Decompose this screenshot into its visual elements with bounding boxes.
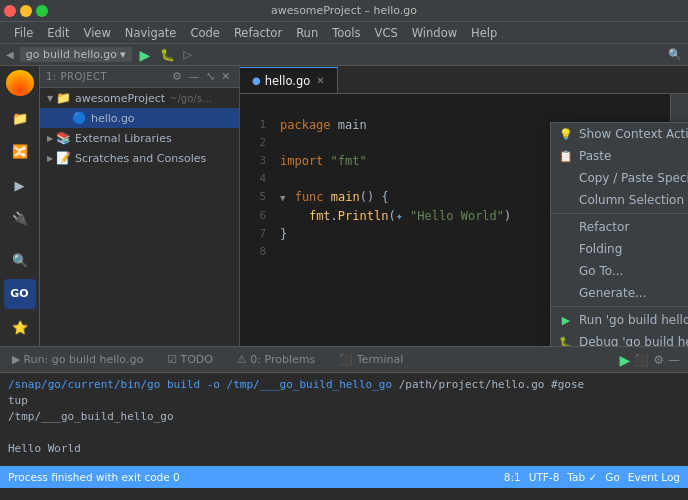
cm-generate[interactable]: Generate... Alt+Insert [551,282,688,304]
tree-root[interactable]: ▼ 📁 awesomeProject ~/go/s… [40,88,239,108]
coverage-button[interactable]: ▷ [183,48,191,61]
sidebar-title: 1: Project [46,71,107,82]
todo-tab-label: ☑ TODO [167,353,213,366]
run-controls: ▶ ⬛ ⚙ — [619,352,688,368]
run-selector[interactable]: go build hello.go ▾ [20,47,132,62]
tab-go-icon: ● [252,75,261,86]
menu-vcs[interactable]: VCS [369,24,404,42]
menu-code[interactable]: Code [184,24,225,42]
terminal-line-4 [8,425,680,441]
cm-run[interactable]: ▶ Run 'go build hello.go' Ctrl+Shift+F10 [551,309,688,331]
scratch-icon: 📝 [56,151,71,165]
tree-scratch-arrow: ▶ [44,152,56,164]
cm-refactor[interactable]: Refactor ▶ [551,216,688,238]
folder-icon: 📁 [56,91,71,105]
logo-icon [6,70,34,96]
tree-external-libs[interactable]: ▶ 📚 External Libraries [40,128,239,148]
status-indent: Tab ✓ [567,471,597,483]
run-stop-btn[interactable]: ⬛ [634,353,649,367]
tree-hello-arrow [60,112,72,124]
cm-goto[interactable]: Go To... ▶ [551,260,688,282]
cm-run-icon: ▶ [559,313,573,327]
activity-favorites[interactable]: ⭐ [4,313,36,342]
run-button[interactable]: ▶ [138,47,153,63]
bottom-panel: ▶ Run: go build hello.go ☑ TODO ⚠ 0: Pro… [0,346,688,466]
tree-hello-label: hello.go [91,112,135,125]
window-controls[interactable] [4,5,48,17]
terminal-tab[interactable]: ⬛ Terminal [327,347,415,373]
cm-col-icon [559,193,573,207]
tree-root-path: ~/go/s… [169,93,212,104]
run-selector-arrow: ▾ [120,48,126,61]
run-minimize-btn[interactable]: — [668,353,680,367]
main-layout: 📁 🔀 ▶ 🔌 🔍 GO ⭐ 1: Project ⚙ — ⤡ ✕ ▼ 📁 aw… [0,66,688,346]
cm-goto-icon [559,264,573,278]
menu-refactor[interactable]: Refactor [228,24,288,42]
run-bar-search[interactable]: 🔍 [668,48,682,61]
tab-close[interactable]: ✕ [316,75,324,86]
minimize-button[interactable] [20,5,32,17]
menu-navigate[interactable]: Navigate [119,24,183,42]
problems-tab-label: ⚠ 0: Problems [237,353,315,366]
cm-folding[interactable]: Folding ▶ [551,238,688,260]
status-event-log[interactable]: Event Log [628,471,680,483]
editor-area[interactable]: 1 package main 2 3 import "fmt" 4 5 [240,94,688,346]
tree-scratches[interactable]: ▶ 📝 Scratches and Consoles [40,148,239,168]
run-bar: ◀ go build hello.go ▾ ▶ 🐛 ▷ 🔍 [0,44,688,66]
sidebar-header: 1: Project ⚙ — ⤡ ✕ [40,66,239,88]
menu-tools[interactable]: Tools [326,24,366,42]
editor-line-empty [240,98,688,116]
close-button[interactable] [4,5,16,17]
bottom-tabs: ▶ Run: go build hello.go ☑ TODO ⚠ 0: Pro… [0,347,688,373]
run-bar-spacer: ◀ [6,49,14,60]
lib-icon: 📚 [56,131,71,145]
activity-go[interactable]: GO [4,279,36,308]
cm-bulb-icon: 💡 [559,127,573,141]
cm-debug[interactable]: 🐛 Debug 'go build hello.go' [551,331,688,346]
cm-debug-icon: 🐛 [559,335,573,346]
tree-root-label: awesomeProject [75,92,165,105]
cm-copy-paste-special[interactable]: Copy / Paste Special ▶ [551,167,688,189]
sidebar-tool-1[interactable]: ⚙ [170,69,184,84]
run-play-btn[interactable]: ▶ [619,352,630,368]
debug-button[interactable]: 🐛 [158,48,177,62]
terminal-line-5: Hello World [8,441,680,457]
menu-help[interactable]: Help [465,24,503,42]
tab-hello-go[interactable]: ● hello.go ✕ [240,67,338,93]
run-settings-btn[interactable]: ⚙ [653,353,664,367]
fold-arrow[interactable]: ▼ [280,193,285,203]
activity-project[interactable]: 📁 [4,104,36,133]
sidebar-toolbar: ⚙ — ⤡ ✕ [170,69,233,84]
problems-tab[interactable]: ⚠ 0: Problems [225,347,327,373]
activity-commit[interactable]: 🔀 [4,137,36,166]
status-line-col: 8:1 [504,471,521,483]
tree-hello-go[interactable]: 🔵 hello.go [40,108,239,128]
activity-run[interactable]: ▶ [4,171,36,200]
cm-column-selection[interactable]: Column Selection Mode Alt+Shift+Insert [551,189,688,211]
cm-paste[interactable]: 📋 Paste Ctrl+V [551,145,688,167]
maximize-button[interactable] [36,5,48,17]
menu-edit[interactable]: Edit [41,24,75,42]
run-tab[interactable]: ▶ Run: go build hello.go [0,347,155,373]
menu-file[interactable]: File [8,24,39,42]
sidebar-tool-3[interactable]: ⤡ [204,69,218,84]
menu-window[interactable]: Window [406,24,463,42]
sidebar-tool-2[interactable]: — [186,69,202,84]
editor-section: ● hello.go ✕ 1 package main 2 [240,66,688,346]
terminal-line-2: tup [8,393,680,409]
status-bar: Process finished with exit code 0 8:1 UT… [0,466,688,488]
cm-divider-2 [551,306,688,307]
cm-show-context-actions[interactable]: 💡 Show Context Actions Alt+Enter [551,123,688,145]
activity-search[interactable]: 🔍 [4,246,36,275]
status-left: Process finished with exit code 0 [8,471,180,483]
menu-run[interactable]: Run [290,24,324,42]
tree-scratch-label: Scratches and Consoles [75,152,206,165]
tree-ext-arrow: ▶ [44,132,56,144]
activity-plugins[interactable]: 🔌 [4,204,36,233]
todo-tab[interactable]: ☑ TODO [155,347,225,373]
cm-refactor-icon [559,220,573,234]
sidebar-tool-4[interactable]: ✕ [219,69,233,84]
cm-copy-icon [559,171,573,185]
menu-view[interactable]: View [78,24,117,42]
tree-ext-label: External Libraries [75,132,172,145]
